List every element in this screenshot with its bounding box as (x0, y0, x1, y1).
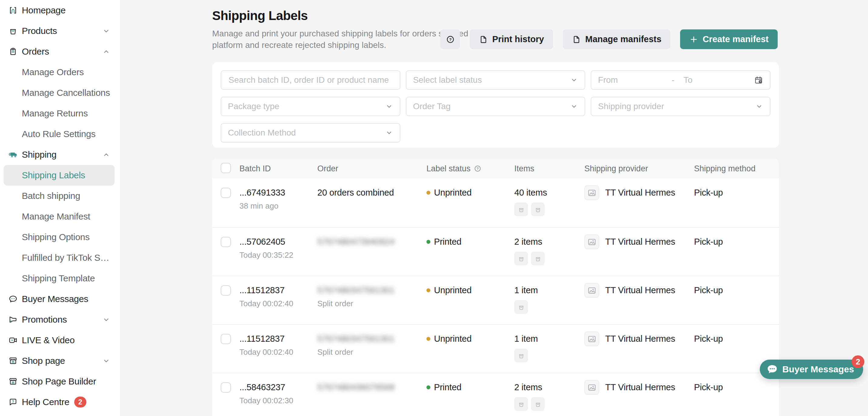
sidebar-item-label: LIVE & Video (22, 335, 74, 345)
items-count: 2 items (514, 382, 584, 392)
table-row: ...11512837Today 00:02:40576748034756130… (212, 324, 779, 373)
chevron-down-icon[interactable] (102, 316, 110, 324)
sidebar: HomepageProductsOrdersManage OrdersManag… (0, 0, 120, 416)
sidebar-item-fulfilled-by-tiktok-shop[interactable]: Fulfilled by TikTok Shop… (4, 247, 115, 268)
search-input[interactable] (228, 71, 393, 89)
row-checkbox[interactable] (221, 285, 231, 296)
date-from-placeholder: From (598, 75, 665, 85)
bag-placeholder-icon (517, 255, 525, 263)
status-text: Unprinted (434, 285, 472, 295)
column-header-order: Order (317, 164, 427, 173)
status-dot (427, 385, 430, 389)
order-cell: 5767480347561301Split order (317, 285, 427, 308)
order-id: 5767480473940924 (317, 237, 427, 247)
sidebar-item-live-video[interactable]: LIVE & Video (4, 330, 115, 351)
image-placeholder-icon (587, 237, 596, 246)
status-text: Printed (434, 382, 462, 392)
sidebar-item-label: Auto Rule Settings (22, 129, 95, 139)
buyer-messages-widget[interactable]: Buyer Messages 2 (760, 360, 863, 379)
help-button[interactable]: ? (440, 29, 460, 49)
sidebar-item-shipping-options[interactable]: Shipping Options (4, 227, 115, 247)
shipping-method: Pick-up (694, 188, 770, 198)
sidebar-item-orders[interactable]: Orders (4, 41, 115, 62)
sidebar-item-homepage[interactable]: Homepage (4, 0, 115, 21)
storefront-icon (8, 356, 18, 365)
shipping-provider-select[interactable]: Shipping provider (591, 97, 770, 116)
sidebar-item-shop-page[interactable]: Shop page (4, 351, 115, 371)
create-manifest-button[interactable]: Create manifest (680, 29, 778, 49)
provider-name: TT Virtual Hermes (605, 334, 675, 344)
sidebar-item-label: Homepage (22, 5, 65, 16)
sidebar-item-buyer-messages[interactable]: Buyer Messages (4, 289, 115, 309)
package-type-select[interactable]: Package type (221, 97, 400, 116)
row-checkbox[interactable] (221, 334, 231, 344)
bag-placeholder-icon (517, 400, 525, 408)
sidebar-nav: HomepageProductsOrdersManage OrdersManag… (0, 0, 120, 412)
buyer-messages-label: Buyer Messages (782, 364, 854, 375)
sidebar-item-manage-cancellations[interactable]: Manage Cancellations (4, 83, 115, 103)
label-status-cell: Unprinted (427, 334, 514, 344)
status-text: Unprinted (434, 188, 472, 198)
shipping-method-cell: Pick-up (694, 285, 770, 295)
shipping-labels-table: Batch ID Order Label status ? Items Ship… (212, 158, 779, 416)
row-checkbox[interactable] (221, 382, 231, 393)
sidebar-item-manage-manifest[interactable]: Manage Manifest (4, 206, 115, 227)
row-checkbox[interactable] (221, 188, 231, 198)
chevron-down-icon[interactable] (102, 27, 110, 35)
sidebar-item-shipping-template[interactable]: Shipping Template (4, 268, 115, 289)
svg-text:?: ? (476, 167, 478, 170)
batch-id: ...67491333 (240, 188, 317, 198)
date-range-field[interactable]: From - To (591, 70, 770, 90)
collection-method-select[interactable]: Collection Method (221, 123, 400, 143)
sidebar-item-batch-shipping[interactable]: Batch shipping (4, 185, 115, 206)
column-header-label-status: Label status ? (427, 164, 514, 173)
item-thumbnail (514, 203, 528, 216)
table-row: ...57062405Today 00:35:22576748047394092… (212, 227, 779, 276)
sidebar-item-label: Shop page (22, 356, 65, 366)
sidebar-item-help-centre[interactable]: ?Help Centre2 (4, 392, 115, 412)
homepage-icon (8, 6, 18, 15)
items-cell: 1 item (514, 285, 584, 314)
batch-id-cell: ...6749133338 min ago (240, 188, 317, 211)
date-to-placeholder: To (681, 75, 750, 85)
sidebar-item-manage-orders[interactable]: Manage Orders (4, 62, 115, 83)
items-count: 40 items (514, 188, 584, 198)
sidebar-item-manage-returns[interactable]: Manage Returns (4, 103, 115, 124)
sidebar-item-shop-page-builder[interactable]: Shop Page Builder (4, 371, 115, 392)
products-icon (8, 26, 18, 35)
sidebar-item-auto-rule-settings[interactable]: Auto Rule Settings (4, 124, 115, 144)
print-history-button[interactable]: Print history (470, 29, 553, 49)
question-circle-icon[interactable]: ? (474, 165, 482, 173)
batch-id: ...58463237 (240, 382, 317, 392)
chevron-down-icon (570, 76, 578, 84)
chevron-down-icon (755, 102, 763, 110)
sidebar-item-label: Promotions (22, 315, 67, 325)
select-all-checkbox[interactable] (221, 163, 231, 173)
sidebar-item-label: Buyer Messages (22, 294, 88, 304)
print-history-label: Print history (492, 34, 544, 44)
shipping-provider-cell: TT Virtual Hermes (584, 188, 694, 200)
notification-badge: 2 (74, 396, 86, 408)
row-checkbox[interactable] (221, 237, 231, 247)
provider-name: TT Virtual Hermes (605, 188, 675, 198)
chevron-down-icon[interactable] (102, 357, 110, 365)
label-status-select[interactable]: Select label status (406, 70, 586, 90)
sidebar-item-shipping[interactable]: Shipping (4, 144, 115, 165)
sidebar-item-shipping-labels[interactable]: Shipping Labels (4, 165, 115, 185)
batch-id: ...11512837 (240, 334, 317, 344)
status-text: Unprinted (434, 334, 472, 344)
chevron-up-icon[interactable] (102, 48, 110, 56)
order-cell: 5767480473940924 (317, 237, 427, 247)
sidebar-item-products[interactable]: Products (4, 21, 115, 41)
order-tag-placeholder: Order Tag (413, 101, 567, 111)
collection-method-placeholder: Collection Method (228, 128, 381, 138)
sidebar-item-promotions[interactable]: Promotions (4, 309, 115, 330)
question-circle-icon: ? (446, 35, 455, 44)
chevron-up-icon[interactable] (102, 151, 110, 159)
column-header-batch-id: Batch ID (240, 164, 317, 173)
manage-manifests-button[interactable]: Manage manifests (563, 29, 671, 49)
shipping-method-cell: Pick-up (694, 188, 770, 198)
sidebar-item-label: Manage Returns (22, 108, 88, 119)
order-tag-select[interactable]: Order Tag (406, 97, 586, 116)
table-row: ...11512837Today 00:02:40576748034756130… (212, 276, 779, 324)
